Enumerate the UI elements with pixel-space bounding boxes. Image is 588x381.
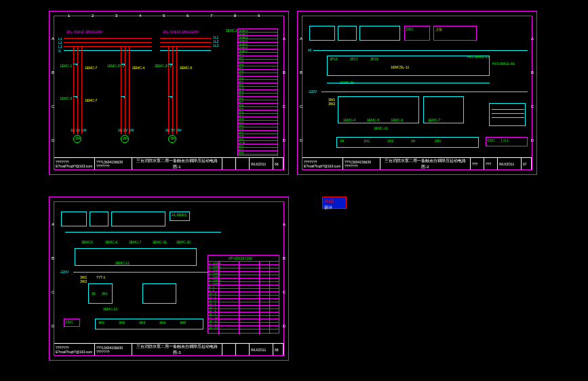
- relay-label: 3K1: [102, 292, 108, 296]
- drawing-2: A B C D A B C D DDC 上位 45 3P16 3P17 3P18…: [297, 11, 537, 175]
- row-label: D: [531, 138, 534, 142]
- row-label: A: [300, 37, 302, 41]
- tb-scale: ???????: [96, 350, 130, 354]
- row-label: B: [283, 71, 286, 75]
- bus-label: 45: [308, 48, 312, 52]
- ddc-block: A1-99993: [170, 212, 190, 221]
- motor-line: 2W: [129, 128, 134, 132]
- contact-icon: [73, 96, 78, 98]
- tb-title: 三台消防水泵二用一备触点自耦降压起动电路图-1: [134, 158, 220, 170]
- row-label: B: [52, 71, 54, 75]
- line-pair: 3W2: [328, 102, 335, 106]
- titleblock-3: ??????? E?mail?lxqh?@163.com ???13604156…: [54, 343, 283, 355]
- tb-sheet: WLKZ011: [251, 162, 271, 166]
- bom-col-div: [259, 261, 260, 334]
- contactor-label: 3EMC-6: [105, 240, 117, 244]
- ddc-block: 上位: [433, 26, 477, 41]
- indicator-label: 3H4: [159, 321, 165, 325]
- tb-scale: ???????: [96, 164, 130, 168]
- trip-label: 3P18: [370, 57, 378, 61]
- branch-wire: [168, 46, 169, 134]
- tb-date: ???: [472, 162, 482, 166]
- contact-icon: [168, 96, 173, 98]
- phase-n: N: [58, 49, 61, 53]
- col-label: 4: [139, 14, 141, 18]
- connector-wire: [492, 109, 524, 110]
- drawing-1-frame: A B C D A B C D 1 2 3 4 5 6 7 8 9 3N~50H…: [54, 16, 284, 170]
- bom-header: AT=20X20Y150: [229, 256, 252, 260]
- legend-row: 6P3: [238, 151, 277, 155]
- legend-table: 1EMC11EMC21EMC31EMC41EMC51EMC61EMC72P12P…: [237, 28, 278, 156]
- row-label: C: [52, 290, 54, 294]
- main-contactor: 3EMC-11: [115, 261, 130, 265]
- stamp-line1: 第8章: [324, 199, 345, 205]
- tb-sheet: WLKZ011: [251, 348, 271, 352]
- motor-label: 1M: [75, 136, 80, 140]
- terminal-block: [111, 212, 165, 226]
- indicator-label: 3H5: [180, 321, 186, 325]
- bom-table: AT=20X20Y150 1→999932→999943→999954→9999…: [208, 255, 279, 334]
- row-label: B: [300, 71, 302, 75]
- contactor-label: 3EMC3: [81, 240, 93, 244]
- branch-wire: [176, 46, 177, 134]
- row-label: A: [283, 37, 286, 41]
- indicator-label: 1H: [340, 139, 344, 143]
- terminal-block: [338, 26, 357, 41]
- row-label: D: [300, 138, 302, 142]
- bom-col-div: [218, 261, 219, 334]
- ddc-label: A1-99993: [172, 213, 187, 217]
- legend-rows-container: 1EMC11EMC21EMC31EMC41EMC51EMC61EMC72P12P…: [238, 29, 277, 155]
- contactor-label: 1EMC-7: [85, 66, 97, 70]
- contact-icon: [121, 96, 125, 98]
- col-label: 5: [163, 14, 165, 18]
- drawing-3: A B C D A B C D A1-99993 3EMC3 3EMC-6 3E…: [49, 197, 289, 361]
- motor-line: 2U: [118, 128, 122, 132]
- contact-icon: [168, 64, 173, 66]
- branch-wire: [129, 46, 130, 134]
- tb-sheet: WLKZ011: [499, 162, 520, 166]
- terminal-block: [359, 26, 400, 41]
- tb-proj: ???: [486, 162, 496, 166]
- indicator-row: [95, 319, 203, 329]
- row-label: D: [283, 138, 286, 142]
- indicator-label: 3H3: [139, 321, 145, 325]
- connector-block: [489, 103, 526, 126]
- ref-label: HX1-99%1~13: [467, 55, 490, 59]
- relay-label: 1EMC-4: [343, 118, 355, 122]
- indicator-label: 3H2: [119, 321, 125, 325]
- contactor-label: 2EMC-5: [180, 66, 192, 70]
- indicator-label: 2H: [411, 139, 415, 143]
- motor-label: 2M: [123, 136, 128, 140]
- row-label: C: [531, 104, 534, 108]
- row-label: A: [52, 222, 54, 226]
- tb-email: E?mail?lxqh?@163.com: [56, 350, 93, 354]
- power-header-1: 3N~50HZ 380/220V: [66, 30, 102, 34]
- indicator-label: 1H2: [387, 139, 393, 143]
- col-label: 8: [234, 14, 236, 18]
- bus-wire: [65, 232, 221, 233]
- motor-line: 3U: [165, 128, 170, 132]
- row-label: D: [52, 138, 54, 142]
- branch-wire: [73, 46, 74, 134]
- col-label: 9: [258, 14, 260, 18]
- relay-label: 1EMC-7: [428, 118, 440, 122]
- drawing-2-frame: A B C D A B C D DDC 上位 45 3P16 3P17 3P18…: [302, 16, 532, 170]
- bus-neg: [73, 272, 209, 273]
- power-header-2: 3N~50HZ 380/220V: [163, 30, 199, 34]
- tb-email: E?mail?lxqh?@163.com: [56, 164, 93, 168]
- connector-wire: [492, 113, 524, 114]
- bus-neg: [321, 92, 528, 92]
- line-label: 1L3: [213, 43, 218, 47]
- tb-scale: ???????: [345, 164, 378, 168]
- output-terminals: [336, 137, 479, 148]
- col-label: 3: [115, 14, 117, 18]
- row-label: C: [283, 290, 286, 294]
- voltage-label: -220V: [60, 270, 68, 274]
- tb-page: 67: [523, 162, 530, 166]
- ref-label: HV1-99%2~56: [492, 62, 515, 66]
- row-label: B: [531, 71, 534, 75]
- contactor-label: 1EMC-7: [85, 98, 97, 102]
- row-label: A: [52, 37, 54, 41]
- motor-line: 1U: [71, 128, 75, 132]
- voltage-label: -220V: [308, 89, 317, 94]
